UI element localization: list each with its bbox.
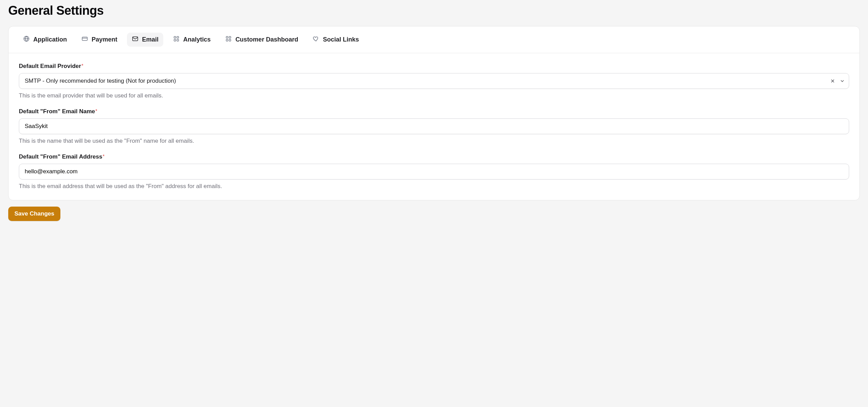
tab-payment[interactable]: Payment xyxy=(77,33,122,47)
tab-social-links[interactable]: Social Links xyxy=(308,33,364,47)
tab-label: Customer Dashboard xyxy=(235,36,298,43)
provider-helper: This is the email provider that will be … xyxy=(19,92,849,99)
save-button[interactable]: Save Changes xyxy=(8,207,60,221)
from-name-input[interactable] xyxy=(19,118,849,134)
field-email-provider: Default Email Provider* SMTP - Only reco… xyxy=(19,63,849,99)
from-address-label: Default "From" Email Address xyxy=(19,153,102,160)
grid-icon xyxy=(173,35,180,44)
email-form: Default Email Provider* SMTP - Only reco… xyxy=(9,53,859,200)
tab-label: Social Links xyxy=(323,36,359,43)
provider-label: Default Email Provider xyxy=(19,63,81,70)
required-indicator: * xyxy=(95,108,97,114)
clear-icon[interactable] xyxy=(829,78,836,84)
dashboard-icon xyxy=(225,35,232,44)
from-name-label: Default "From" Email Name xyxy=(19,108,95,115)
page-title: General Settings xyxy=(8,3,860,18)
tab-label: Payment xyxy=(92,36,117,43)
svg-rect-1 xyxy=(82,37,87,40)
tab-customer-dashboard[interactable]: Customer Dashboard xyxy=(220,33,303,47)
tabs-bar: Application Payment Email Analytics Cust xyxy=(9,26,859,53)
from-address-helper: This is the email address that will be u… xyxy=(19,183,849,190)
svg-rect-9 xyxy=(226,39,228,41)
provider-select-value[interactable]: SMTP - Only recommended for testing (Not… xyxy=(19,73,849,89)
globe-icon xyxy=(23,35,30,44)
svg-rect-5 xyxy=(174,39,176,41)
svg-rect-6 xyxy=(177,39,179,41)
required-indicator: * xyxy=(81,63,83,68)
from-address-input[interactable] xyxy=(19,164,849,179)
tab-label: Application xyxy=(33,36,67,43)
svg-rect-10 xyxy=(229,39,231,41)
from-name-helper: This is the name that will be used as th… xyxy=(19,138,849,144)
tab-label: Email xyxy=(142,36,159,43)
tab-email[interactable]: Email xyxy=(127,33,163,47)
svg-rect-7 xyxy=(226,36,228,38)
chevron-down-icon[interactable] xyxy=(839,78,846,84)
svg-rect-4 xyxy=(177,36,179,38)
svg-rect-3 xyxy=(174,36,176,38)
settings-panel: Application Payment Email Analytics Cust xyxy=(8,26,860,200)
tab-label: Analytics xyxy=(183,36,211,43)
card-icon xyxy=(81,35,88,44)
envelope-icon xyxy=(132,35,139,44)
tab-application[interactable]: Application xyxy=(18,33,72,47)
tab-analytics[interactable]: Analytics xyxy=(168,33,215,47)
required-indicator: * xyxy=(103,153,104,159)
select-controls xyxy=(829,78,846,84)
heart-icon xyxy=(313,35,319,44)
provider-select[interactable]: SMTP - Only recommended for testing (Not… xyxy=(19,73,849,89)
svg-rect-8 xyxy=(229,36,231,38)
field-from-address: Default "From" Email Address* This is th… xyxy=(19,153,849,190)
field-from-name: Default "From" Email Name* This is the n… xyxy=(19,108,849,144)
